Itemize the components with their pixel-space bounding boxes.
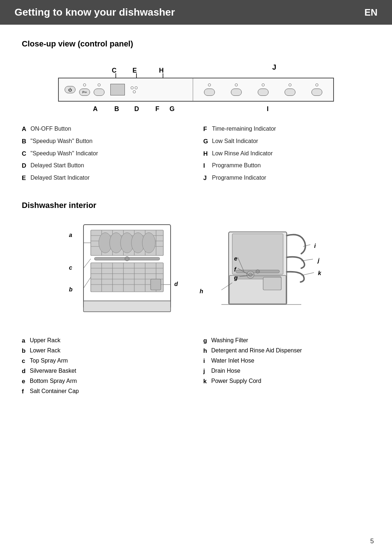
label-c: c (69, 265, 72, 271)
button-B: P∞ (79, 83, 90, 96)
label-j: j (318, 257, 319, 264)
label-I: I (267, 105, 269, 113)
interior-diagram-left: a c b d (65, 221, 181, 323)
button-A: ⏻ (65, 86, 75, 93)
svg-point-18 (125, 257, 129, 261)
dishwasher-interior-svg (73, 221, 181, 323)
svg-line-33 (83, 277, 91, 288)
label-f: f (234, 266, 236, 273)
label-J: J (272, 63, 276, 71)
page-number: 5 (370, 537, 374, 545)
panel-right (193, 78, 333, 101)
legend-item-c: c Top Spray Arm (22, 357, 189, 365)
label-b: b (69, 286, 73, 293)
connector-E (136, 73, 137, 78)
label-A: A (93, 105, 98, 113)
legend-item-A: A ON-OFF Button (22, 125, 189, 134)
legend-item-J: J Programme Indicator (203, 174, 370, 183)
legend-item-C: C "Speedup Wash" Indicator (22, 150, 189, 158)
display-unit (110, 84, 125, 95)
dishwasher-exterior-svg (200, 221, 323, 323)
label-d: d (174, 281, 178, 287)
legend-item-h: h Detergent and Rinse Aid Dispenser (203, 347, 370, 355)
legend-item-j: j Drain Hose (203, 368, 370, 375)
legend-item-a: a Upper Rack (22, 337, 189, 344)
label-e: e (234, 255, 237, 262)
connector-C (115, 73, 116, 78)
interior-diagram-right: e f g h i j k (196, 221, 327, 323)
label-B: B (114, 105, 119, 113)
label-a: a (69, 232, 72, 238)
legend-item-E: E Delayed Start Indicator (22, 174, 189, 183)
legend-item-g: g Washing Filter (203, 337, 370, 344)
label-i: i (314, 243, 316, 249)
programme-area (199, 83, 327, 96)
label-G: G (170, 105, 175, 113)
svg-line-32 (83, 259, 91, 268)
page-title: Getting to know your dishwasher (15, 7, 175, 18)
control-panel-title: Close-up view (control panel) (22, 39, 370, 49)
interior-legend: a Upper Rack b Lower Rack c Top Spray Ar… (22, 337, 370, 398)
legend-item-I: I Programme Button (203, 162, 370, 170)
svg-point-42 (249, 273, 252, 277)
svg-line-49 (303, 245, 310, 246)
legend-item-H: H Low Rinse Aid Indicator (203, 150, 370, 158)
svg-rect-43 (263, 277, 281, 290)
panel-container: ⏻ P∞ (58, 78, 334, 102)
label-g: g (234, 275, 238, 281)
label-D: D (134, 105, 139, 113)
svg-rect-30 (151, 279, 161, 290)
interior-title: Dishwasher interior (22, 201, 370, 210)
language-indicator: EN (364, 7, 377, 18)
label-F: F (155, 105, 159, 113)
legend-item-G: G Low Salt Indicator (203, 137, 370, 146)
indicator-C (94, 83, 105, 96)
legend-item-f: f Salt Container Cap (22, 388, 189, 395)
interior-section: Dishwasher interior a c b d (22, 201, 370, 398)
legend-item-D: D Delayed Start Button (22, 162, 189, 170)
button-D-E (131, 86, 138, 93)
legend-left-col: A ON-OFF Button B "Speedup Wash" Button … (22, 125, 189, 186)
label-k: k (318, 270, 321, 277)
legend-item-i: i Water Inlet Hose (203, 357, 370, 365)
control-panel-diagram: C E H J ⏻ (58, 60, 334, 118)
control-panel-section: Close-up view (control panel) C E H J (22, 39, 370, 186)
legend-right-col: F Time-remaining Indicator G Low Salt In… (203, 125, 370, 186)
legend-item-e: e Bottom Spray Arm (22, 378, 189, 385)
svg-rect-1 (83, 301, 171, 312)
connector-H (163, 73, 163, 78)
svg-line-51 (301, 273, 314, 275)
legend-item-b: b Lower Rack (22, 347, 189, 355)
svg-rect-38 (232, 234, 283, 274)
legend-item-k: k Power Supply Cord (203, 378, 370, 385)
interior-legend-left: a Upper Rack b Lower Rack c Top Spray Ar… (22, 337, 189, 398)
legend-item-d: d Silverware Basket (22, 368, 189, 375)
legend-item-F: F Time-remaining Indicator (203, 125, 370, 134)
panel-left: ⏻ P∞ (59, 78, 193, 101)
header-bar: Getting to know your dishwasher EN (0, 0, 392, 25)
interior-legend-right: g Washing Filter h Detergent and Rinse A… (203, 337, 370, 398)
diagrams-row: a c b d (22, 221, 370, 323)
control-panel-legend: A ON-OFF Button B "Speedup Wash" Button … (22, 125, 370, 186)
svg-point-40 (256, 270, 260, 273)
label-h: h (200, 288, 203, 295)
legend-item-B: B "Speedup Wash" Button (22, 137, 189, 146)
svg-point-16 (142, 233, 155, 253)
